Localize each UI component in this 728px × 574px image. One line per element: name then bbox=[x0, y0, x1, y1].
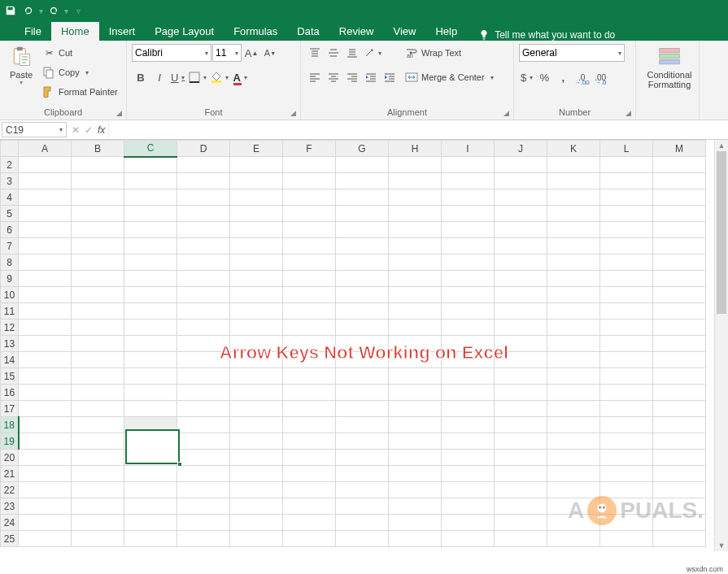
cell[interactable] bbox=[336, 287, 389, 303]
number-format-combo[interactable]: General▾ bbox=[519, 44, 625, 62]
cell[interactable] bbox=[283, 385, 336, 401]
cell[interactable] bbox=[336, 417, 389, 433]
cell[interactable] bbox=[124, 352, 177, 368]
cell[interactable] bbox=[442, 206, 495, 222]
cell[interactable] bbox=[442, 385, 495, 401]
cell[interactable] bbox=[283, 320, 336, 336]
cancel-formula-icon[interactable]: ✕ bbox=[72, 124, 80, 136]
cell[interactable] bbox=[442, 368, 495, 385]
tab-view[interactable]: View bbox=[383, 22, 425, 41]
row-header[interactable]: 14 bbox=[1, 352, 19, 368]
cell[interactable] bbox=[72, 254, 124, 271]
cell[interactable] bbox=[336, 189, 389, 206]
cell[interactable] bbox=[72, 450, 124, 466]
cell[interactable] bbox=[336, 450, 389, 466]
column-header[interactable]: F bbox=[283, 141, 336, 157]
undo-icon[interactable] bbox=[21, 3, 36, 18]
cell[interactable] bbox=[283, 515, 336, 531]
cell[interactable] bbox=[547, 271, 600, 287]
increase-indent-icon[interactable] bbox=[381, 68, 399, 86]
cell[interactable] bbox=[600, 515, 653, 531]
column-header[interactable]: K bbox=[547, 141, 600, 157]
cell[interactable] bbox=[653, 206, 706, 222]
row-header[interactable]: 7 bbox=[1, 238, 19, 254]
cell[interactable] bbox=[653, 498, 706, 515]
column-header[interactable]: C bbox=[124, 141, 177, 157]
cell[interactable] bbox=[495, 320, 547, 336]
decrease-indent-icon[interactable] bbox=[362, 68, 380, 86]
column-header[interactable]: A bbox=[19, 141, 72, 157]
cell[interactable] bbox=[336, 368, 389, 385]
cell[interactable] bbox=[442, 222, 495, 238]
align-top-icon[interactable] bbox=[306, 44, 324, 62]
cell[interactable] bbox=[336, 498, 389, 515]
cell[interactable] bbox=[124, 401, 177, 417]
cell[interactable] bbox=[72, 466, 124, 482]
merge-center-button[interactable]: Merge & Center ▾ bbox=[405, 68, 494, 86]
cell[interactable] bbox=[283, 157, 336, 173]
cell[interactable] bbox=[19, 515, 72, 531]
tab-page-layout[interactable]: Page Layout bbox=[145, 22, 224, 41]
cell[interactable] bbox=[283, 173, 336, 189]
cell[interactable] bbox=[495, 352, 547, 368]
cell[interactable] bbox=[177, 515, 230, 531]
cell[interactable] bbox=[547, 531, 600, 547]
cell[interactable] bbox=[547, 466, 600, 482]
cell[interactable] bbox=[442, 189, 495, 206]
cell[interactable] bbox=[495, 336, 547, 352]
cell[interactable] bbox=[653, 222, 706, 238]
scroll-thumb[interactable] bbox=[717, 151, 726, 314]
cell[interactable] bbox=[547, 482, 600, 498]
percent-format-icon[interactable]: % bbox=[535, 68, 553, 86]
cell[interactable] bbox=[653, 157, 706, 173]
redo-icon[interactable] bbox=[46, 3, 61, 18]
cell[interactable] bbox=[495, 157, 547, 173]
cell[interactable] bbox=[19, 206, 72, 222]
cell[interactable] bbox=[19, 254, 72, 271]
cell[interactable] bbox=[72, 368, 124, 385]
cell[interactable] bbox=[19, 450, 72, 466]
cell[interactable] bbox=[177, 320, 230, 336]
cell[interactable] bbox=[653, 320, 706, 336]
cell[interactable] bbox=[124, 303, 177, 320]
cell[interactable] bbox=[653, 336, 706, 352]
qat-dropdown-2[interactable]: ▾ bbox=[64, 7, 68, 15]
cell[interactable] bbox=[336, 206, 389, 222]
format-painter-button[interactable]: Format Painter bbox=[42, 83, 118, 101]
tell-me-search[interactable]: Tell me what you want to do bbox=[478, 29, 615, 41]
align-center-icon[interactable] bbox=[325, 68, 342, 86]
cell[interactable] bbox=[124, 450, 177, 466]
cell[interactable] bbox=[124, 173, 177, 189]
cell[interactable] bbox=[547, 206, 600, 222]
cell[interactable] bbox=[442, 320, 495, 336]
cell[interactable] bbox=[600, 368, 653, 385]
cell[interactable] bbox=[547, 498, 600, 515]
cell[interactable] bbox=[495, 401, 547, 417]
cell[interactable] bbox=[653, 254, 706, 271]
cell[interactable] bbox=[230, 222, 283, 238]
cell[interactable] bbox=[547, 450, 600, 466]
cell[interactable] bbox=[389, 206, 442, 222]
cell[interactable] bbox=[336, 466, 389, 482]
row-header[interactable]: 6 bbox=[1, 222, 19, 238]
row-header[interactable]: 9 bbox=[1, 271, 19, 287]
cell[interactable] bbox=[19, 157, 72, 173]
cell[interactable] bbox=[336, 482, 389, 498]
cell[interactable] bbox=[177, 368, 230, 385]
cell[interactable] bbox=[19, 417, 72, 433]
cell[interactable] bbox=[336, 157, 389, 173]
cell[interactable] bbox=[336, 352, 389, 368]
cell[interactable] bbox=[495, 222, 547, 238]
cell[interactable] bbox=[19, 498, 72, 515]
cell[interactable] bbox=[283, 401, 336, 417]
cell[interactable] bbox=[19, 385, 72, 401]
cell[interactable] bbox=[124, 157, 177, 173]
cell[interactable] bbox=[600, 238, 653, 254]
cell[interactable] bbox=[283, 466, 336, 482]
cell[interactable] bbox=[177, 222, 230, 238]
cell[interactable] bbox=[72, 531, 124, 547]
cell[interactable] bbox=[19, 433, 72, 450]
cell[interactable] bbox=[230, 271, 283, 287]
row-header[interactable]: 10 bbox=[1, 287, 19, 303]
cell[interactable] bbox=[600, 498, 653, 515]
